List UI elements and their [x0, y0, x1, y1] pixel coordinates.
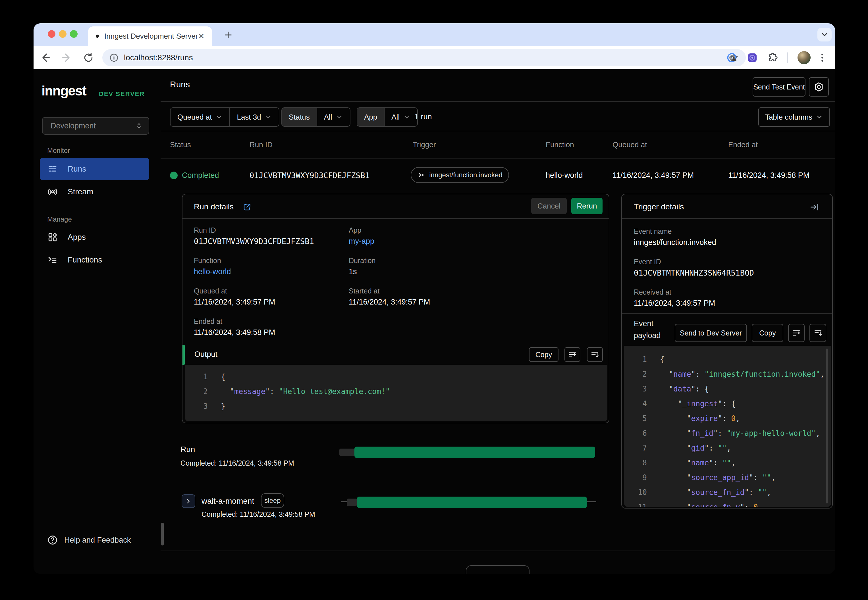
chevron-right-icon	[185, 497, 192, 505]
external-link-icon[interactable]	[243, 203, 251, 211]
tab-search-button[interactable]	[817, 28, 832, 41]
window-minimize-light[interactable]	[59, 30, 67, 38]
reload-icon[interactable]	[83, 52, 94, 63]
sidebar-item-label: Apps	[68, 233, 86, 242]
chevron-down-icon	[265, 114, 272, 121]
payload-word-wrap-button[interactable]	[788, 324, 804, 342]
browser-tab[interactable]: Inngest Development Server ✕	[88, 26, 212, 46]
send-to-dev-server-button[interactable]: Send to Dev Server	[675, 324, 747, 342]
sidebar-section-monitor: Monitor	[47, 147, 70, 155]
run-queue-segment	[339, 448, 354, 456]
browser-window: Inngest Development Server ✕ localhost:8…	[33, 23, 835, 574]
word-wrap-icon	[792, 329, 801, 338]
inngest-favicon	[96, 31, 99, 42]
sidebar-item-stream[interactable]: Stream	[40, 181, 149, 203]
inngest-logo: inngest	[41, 83, 86, 98]
workspace-select-value: Development	[51, 121, 96, 130]
run-id-value: 01JCVBTMV3WXY9D3CFDEJFZSB1	[194, 237, 314, 246]
gear-icon	[813, 82, 824, 92]
step-timeline-bar[interactable]	[357, 497, 587, 508]
payload-copy-button[interactable]: Copy	[752, 324, 783, 342]
output-status-accent	[182, 345, 185, 365]
site-info-icon[interactable]	[109, 53, 119, 62]
tab-close-icon[interactable]: ✕	[198, 32, 205, 41]
browser-tab-strip: Inngest Development Server ✕	[33, 23, 835, 46]
payload-scroll-to-bottom-button[interactable]	[809, 324, 826, 342]
window-close-light[interactable]	[48, 30, 55, 38]
sidebar-item-label: Stream	[68, 187, 93, 196]
main-scrollbar[interactable]	[161, 523, 164, 545]
back-icon[interactable]	[40, 52, 51, 63]
help-and-feedback[interactable]: Help and Feedback	[47, 535, 131, 545]
dev-server-badge: DEV SERVER	[99, 90, 145, 98]
output-title: Output	[194, 350, 217, 359]
output-copy-button[interactable]: Copy	[529, 347, 558, 362]
browser-menu-icon[interactable]	[817, 52, 828, 63]
sidebar-section-manage: Manage	[47, 215, 72, 223]
toolbar-separator	[787, 52, 788, 63]
purple-extension-icon[interactable]	[747, 52, 758, 63]
scroll-down-icon	[590, 350, 599, 359]
time-field-dropdown[interactable]: Queued at	[170, 108, 229, 126]
run-count: 1 run	[414, 112, 432, 121]
word-wrap-button[interactable]	[565, 347, 580, 362]
step-completed-text: Completed: 11/16/2024, 3:49:58 PM	[202, 510, 315, 518]
output-code[interactable]: 1{2 "message": "Hello test@example.com!"…	[185, 365, 607, 421]
extensions-puzzle-icon[interactable]	[767, 52, 778, 63]
settings-button[interactable]	[809, 77, 829, 97]
trigger-details-panel: Trigger details Event name inngest/funct…	[621, 194, 833, 509]
sidebar-item-apps[interactable]: Apps	[40, 226, 149, 248]
chevron-down-icon	[336, 114, 343, 121]
cancel-button[interactable]: Cancel	[531, 198, 567, 214]
app-label: App	[349, 226, 361, 234]
chevron-down-icon	[403, 114, 410, 121]
row-trigger-badge[interactable]: inngest/function.invoked	[411, 167, 509, 183]
payload-scrollbar[interactable]	[826, 348, 828, 503]
col-trigger: Trigger	[413, 140, 436, 149]
new-tab-button[interactable]	[220, 27, 236, 42]
collapse-panel-icon[interactable]	[809, 202, 819, 212]
functions-icon	[47, 255, 58, 265]
received-at-value: 11/16/2024, 3:49:57 PM	[634, 299, 715, 308]
row-run-id: 01JCVBTMV3WXY9D3CFDEJFZSB1	[250, 171, 370, 180]
url-bar[interactable]: localhost:8288/runs	[102, 49, 746, 66]
app-filter-dropdown[interactable]: All	[384, 108, 417, 126]
select-updown-icon	[135, 122, 143, 130]
sidebar-item-functions[interactable]: Functions	[40, 249, 149, 271]
profile-avatar[interactable]	[798, 51, 810, 64]
duration-label: Duration	[349, 256, 376, 265]
event-id-value: 01JCVBTMTKNHNHZ3SN64R51BQD	[634, 268, 754, 277]
runs-icon	[47, 164, 58, 174]
run-timeline-bar[interactable]	[354, 447, 595, 458]
function-label: Function	[194, 256, 221, 265]
step-name[interactable]: wait-a-moment	[202, 497, 254, 506]
col-function: Function	[546, 140, 574, 149]
load-more-button-partial[interactable]	[466, 565, 530, 574]
status-filter-dropdown[interactable]: All	[317, 108, 350, 126]
step-queue-segment	[347, 498, 357, 506]
scroll-to-bottom-button[interactable]	[587, 347, 603, 362]
status-dot	[170, 171, 178, 179]
workspace-select[interactable]: Development	[42, 117, 149, 135]
function-link[interactable]: hello-world	[194, 267, 231, 276]
password-manager-extension-icon[interactable]	[727, 52, 737, 63]
window-zoom-light[interactable]	[70, 30, 77, 38]
time-range-dropdown[interactable]: Last 3d	[229, 108, 279, 126]
rerun-button[interactable]: Rerun	[571, 198, 602, 214]
url-text: localhost:8288/runs	[124, 53, 193, 62]
table-columns-button[interactable]: Table columns	[758, 108, 830, 127]
step-bar-dash-right	[587, 502, 596, 502]
browser-toolbar: localhost:8288/runs	[33, 46, 835, 69]
word-wrap-icon	[568, 350, 577, 359]
event-payload-code[interactable]: 1{2 "name": "inngest/function.invoked",3…	[624, 346, 831, 507]
sidebar-item-runs[interactable]: Runs	[40, 158, 149, 180]
timeline-run-label[interactable]: Run	[181, 445, 195, 454]
app-link[interactable]: my-app	[349, 237, 374, 246]
col-queued-at: Queued at	[613, 140, 647, 149]
forward-icon[interactable]	[61, 52, 72, 63]
step-bar-dash-left	[341, 502, 347, 502]
run-id-label: Run ID	[194, 226, 216, 234]
ended-at-label: Ended at	[194, 317, 222, 326]
send-test-event-button[interactable]: Send Test Event	[753, 77, 806, 97]
step-expand-button[interactable]	[182, 494, 195, 508]
